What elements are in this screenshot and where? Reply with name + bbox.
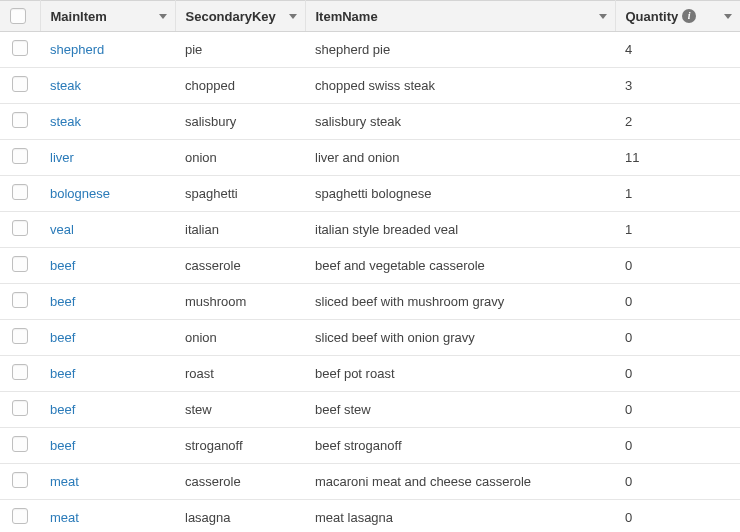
table-row: beefmushroomsliced beef with mushroom gr… xyxy=(0,284,740,320)
cell-secondarykey: mushroom xyxy=(175,284,305,320)
mainitem-link[interactable]: bolognese xyxy=(50,186,110,201)
cell-itemname: meat lasagna xyxy=(305,500,615,533)
row-checkbox[interactable] xyxy=(12,328,28,344)
cell-mainitem: veal xyxy=(40,212,175,248)
cell-mainitem: beef xyxy=(40,356,175,392)
cell-quantity: 2 xyxy=(615,104,740,140)
cell-quantity: 1 xyxy=(615,212,740,248)
row-select-cell xyxy=(0,68,40,104)
select-all-checkbox[interactable] xyxy=(10,8,26,24)
mainitem-link[interactable]: beef xyxy=(50,366,75,381)
table-row: shepherdpieshepherd pie4 xyxy=(0,32,740,68)
table-row: meatcasserolemacaroni meat and cheese ca… xyxy=(0,464,740,500)
mainitem-link[interactable]: beef xyxy=(50,402,75,417)
row-select-cell xyxy=(0,428,40,464)
table-row: meatlasagnameat lasagna0 xyxy=(0,500,740,533)
cell-secondarykey: stroganoff xyxy=(175,428,305,464)
table-row: beefstewbeef stew0 xyxy=(0,392,740,428)
cell-mainitem: meat xyxy=(40,464,175,500)
mainitem-link[interactable]: beef xyxy=(50,330,75,345)
mainitem-link[interactable]: veal xyxy=(50,222,74,237)
chevron-down-icon xyxy=(724,14,732,19)
cell-itemname: beef stew xyxy=(305,392,615,428)
row-checkbox[interactable] xyxy=(12,148,28,164)
row-checkbox[interactable] xyxy=(12,400,28,416)
cell-itemname: beef stroganoff xyxy=(305,428,615,464)
column-header-itemname[interactable]: ItemName xyxy=(305,1,615,32)
mainitem-link[interactable]: liver xyxy=(50,150,74,165)
row-select-cell xyxy=(0,140,40,176)
row-checkbox[interactable] xyxy=(12,40,28,56)
cell-secondarykey: lasagna xyxy=(175,500,305,533)
row-checkbox[interactable] xyxy=(12,220,28,236)
cell-itemname: italian style breaded veal xyxy=(305,212,615,248)
table-header-row: MainItem SecondaryKey ItemName xyxy=(0,1,740,32)
row-select-cell xyxy=(0,284,40,320)
cell-secondarykey: italian xyxy=(175,212,305,248)
row-checkbox[interactable] xyxy=(12,508,28,524)
column-header-quantity[interactable]: Quantity i xyxy=(615,1,740,32)
cell-mainitem: beef xyxy=(40,248,175,284)
cell-secondarykey: chopped xyxy=(175,68,305,104)
info-icon[interactable]: i xyxy=(682,9,696,23)
cell-itemname: sliced beef with onion gravy xyxy=(305,320,615,356)
cell-itemname: salisbury steak xyxy=(305,104,615,140)
table-row: beefstroganoffbeef stroganoff0 xyxy=(0,428,740,464)
row-checkbox[interactable] xyxy=(12,436,28,452)
column-label: MainItem xyxy=(51,9,107,24)
cell-itemname: shepherd pie xyxy=(305,32,615,68)
mainitem-link[interactable]: meat xyxy=(50,510,79,525)
row-checkbox[interactable] xyxy=(12,76,28,92)
mainitem-link[interactable]: meat xyxy=(50,474,79,489)
row-select-cell xyxy=(0,464,40,500)
column-header-select[interactable] xyxy=(0,1,40,32)
table-row: steaksalisburysalisbury steak2 xyxy=(0,104,740,140)
cell-quantity: 4 xyxy=(615,32,740,68)
chevron-down-icon xyxy=(159,14,167,19)
cell-mainitem: steak xyxy=(40,104,175,140)
cell-itemname: beef pot roast xyxy=(305,356,615,392)
row-select-cell xyxy=(0,32,40,68)
column-label: SecondaryKey xyxy=(186,9,276,24)
row-select-cell xyxy=(0,248,40,284)
cell-secondarykey: roast xyxy=(175,356,305,392)
row-checkbox[interactable] xyxy=(12,292,28,308)
chevron-down-icon xyxy=(289,14,297,19)
row-select-cell xyxy=(0,392,40,428)
mainitem-link[interactable]: beef xyxy=(50,258,75,273)
mainitem-link[interactable]: beef xyxy=(50,438,75,453)
cell-mainitem: beef xyxy=(40,284,175,320)
cell-secondarykey: casserole xyxy=(175,248,305,284)
cell-mainitem: beef xyxy=(40,320,175,356)
cell-mainitem: liver xyxy=(40,140,175,176)
row-checkbox[interactable] xyxy=(12,256,28,272)
row-checkbox[interactable] xyxy=(12,364,28,380)
cell-quantity: 0 xyxy=(615,500,740,533)
cell-mainitem: steak xyxy=(40,68,175,104)
cell-itemname: liver and onion xyxy=(305,140,615,176)
column-header-mainitem[interactable]: MainItem xyxy=(40,1,175,32)
row-select-cell xyxy=(0,104,40,140)
row-checkbox[interactable] xyxy=(12,184,28,200)
chevron-down-icon xyxy=(599,14,607,19)
row-checkbox[interactable] xyxy=(12,472,28,488)
cell-mainitem: beef xyxy=(40,392,175,428)
table-row: beefonionsliced beef with onion gravy0 xyxy=(0,320,740,356)
cell-quantity: 0 xyxy=(615,464,740,500)
mainitem-link[interactable]: steak xyxy=(50,78,81,93)
row-checkbox[interactable] xyxy=(12,112,28,128)
mainitem-link[interactable]: beef xyxy=(50,294,75,309)
cell-secondarykey: spaghetti xyxy=(175,176,305,212)
mainitem-link[interactable]: shepherd xyxy=(50,42,104,57)
table-row: liveronionliver and onion11 xyxy=(0,140,740,176)
cell-mainitem: beef xyxy=(40,428,175,464)
column-header-secondarykey[interactable]: SecondaryKey xyxy=(175,1,305,32)
table-row: bolognesespaghettispaghetti bolognese1 xyxy=(0,176,740,212)
table-row: beefroastbeef pot roast0 xyxy=(0,356,740,392)
row-select-cell xyxy=(0,212,40,248)
cell-itemname: chopped swiss steak xyxy=(305,68,615,104)
cell-itemname: macaroni meat and cheese casserole xyxy=(305,464,615,500)
row-select-cell xyxy=(0,176,40,212)
cell-quantity: 0 xyxy=(615,248,740,284)
mainitem-link[interactable]: steak xyxy=(50,114,81,129)
